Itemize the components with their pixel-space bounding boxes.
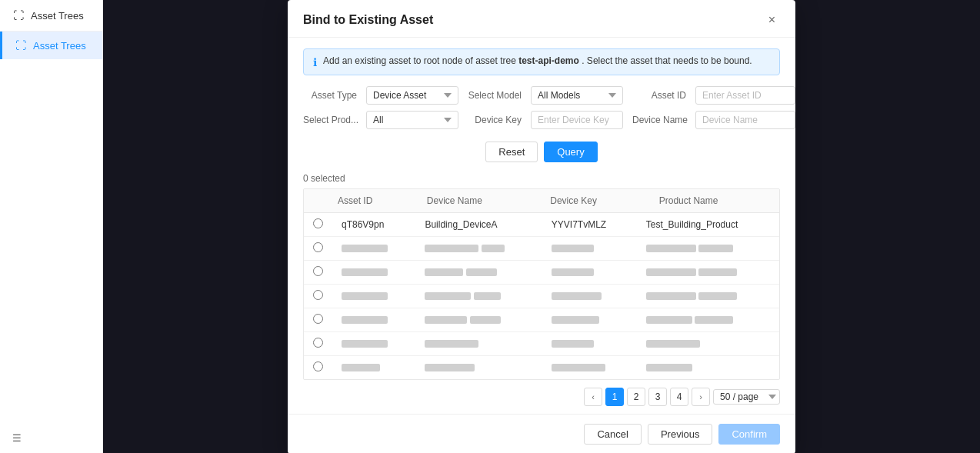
results-table-wrapper: Asset ID Device Name Device Key Product … (303, 188, 780, 380)
menu-icon: ☰ (12, 432, 22, 444)
pagination: ‹ 1 2 3 4 › 50 / page 20 / page 100 / pa… (288, 380, 795, 414)
asset-type-label: Asset Type (303, 90, 357, 101)
row-radio-3[interactable] (313, 290, 323, 300)
filter-row-1: Asset Type Device Asset Select Model All… (303, 86, 780, 105)
filter-area: Asset Type Device Asset Select Model All… (288, 83, 795, 138)
device-name-input[interactable] (695, 111, 795, 129)
modal-header: Bind to Existing Asset × (288, 0, 795, 38)
page-4-button[interactable]: 4 (670, 388, 688, 406)
table-header: Asset ID Device Name Device Key Product … (304, 189, 779, 213)
page-3-button[interactable]: 3 (648, 388, 667, 406)
results-table: Asset ID Device Name Device Key Product … (304, 189, 779, 213)
row-radio-0[interactable] (313, 218, 323, 228)
asset-trees-top-icon: ⛶ (12, 9, 25, 22)
reset-button[interactable]: Reset (485, 142, 538, 162)
row-radio-6[interactable] (313, 361, 323, 371)
row-radio-1[interactable] (313, 242, 323, 252)
row-radio-4[interactable] (313, 314, 323, 324)
page-next-button[interactable]: › (692, 388, 710, 406)
page-prev-button[interactable]: ‹ (584, 388, 602, 406)
row-radio-2[interactable] (313, 266, 323, 276)
select-model-label: Select Model (468, 90, 522, 101)
selected-count: 0 selected (288, 170, 795, 188)
info-text: Add an existing asset to root node of as… (323, 55, 752, 66)
asset-trees-icon: ⛶ (15, 39, 27, 52)
actions-row: Reset Query (288, 138, 795, 170)
results-table-body: qT86V9pn Building_DeviceA YYVI7TvMLZ Tes… (304, 213, 779, 379)
info-icon: ℹ (313, 56, 317, 68)
device-key-input[interactable] (531, 111, 623, 129)
device-key-label: Device Key (468, 115, 522, 125)
col-asset-id: Asset ID (328, 189, 418, 213)
modal-footer: Cancel Previous Confirm (288, 414, 795, 454)
table-row (304, 308, 779, 331)
page-2-button[interactable]: 2 (627, 388, 645, 406)
table-row (304, 260, 779, 284)
table-row (304, 355, 779, 379)
page-1-button[interactable]: 1 (605, 388, 624, 406)
main-content: Bind to Existing Asset × ℹ Add an existi… (103, 0, 980, 453)
col-select (304, 189, 328, 213)
bind-existing-asset-modal: Bind to Existing Asset × ℹ Add an existi… (288, 0, 795, 453)
asset-id-input[interactable] (695, 86, 795, 105)
cell-product-name-0: Test_Building_Product (637, 213, 779, 237)
select-prod-select[interactable]: All (366, 111, 458, 129)
sidebar: ⛶ Asset Trees ⛶ Asset Trees ☰ (0, 0, 103, 453)
filter-row-2: Select Prod... All Device Key Device Nam… (303, 111, 780, 129)
col-product-name: Product Name (650, 189, 779, 213)
col-device-name: Device Name (418, 189, 541, 213)
cell-device-key-0: YYVI7TvMLZ (542, 213, 637, 237)
previous-button[interactable]: Previous (648, 424, 713, 445)
sidebar-bottom-icon[interactable]: ☰ (0, 423, 102, 453)
info-banner: ℹ Add an existing asset to root node of … (303, 48, 780, 75)
query-button[interactable]: Query (544, 142, 597, 162)
select-model-select[interactable]: All Models (531, 86, 623, 105)
page-size-select[interactable]: 50 / page 20 / page 100 / page (713, 389, 780, 405)
modal-overlay: Bind to Existing Asset × ℹ Add an existi… (103, 0, 980, 453)
cell-device-name-0: Building_DeviceA (415, 213, 542, 237)
sidebar-item-asset-trees[interactable]: ⛶ Asset Trees (0, 32, 102, 59)
cancel-button[interactable]: Cancel (584, 424, 641, 445)
col-device-key: Device Key (541, 189, 649, 213)
table-body: qT86V9pn Building_DeviceA YYVI7TvMLZ Tes… (304, 213, 779, 379)
table-row: qT86V9pn Building_DeviceA YYVI7TvMLZ Tes… (304, 213, 779, 237)
confirm-button[interactable]: Confirm (718, 424, 780, 445)
asset-id-label: Asset ID (632, 90, 686, 101)
table-row (304, 236, 779, 260)
asset-type-select[interactable]: Device Asset (366, 86, 458, 105)
row-radio-5[interactable] (313, 338, 323, 348)
table-row (304, 331, 779, 355)
cell-asset-id-0: qT86V9pn (332, 213, 415, 237)
table-row (304, 284, 779, 308)
sidebar-header-label: Asset Trees (31, 10, 84, 22)
sidebar-item-label: Asset Trees (33, 40, 86, 52)
sidebar-header-item[interactable]: ⛶ Asset Trees (0, 0, 102, 32)
modal-title: Bind to Existing Asset (303, 13, 433, 27)
device-name-label: Device Name (632, 115, 686, 125)
close-button[interactable]: × (764, 12, 780, 28)
table-scroll: qT86V9pn Building_DeviceA YYVI7TvMLZ Tes… (304, 213, 779, 379)
select-prod-label: Select Prod... (303, 115, 357, 125)
